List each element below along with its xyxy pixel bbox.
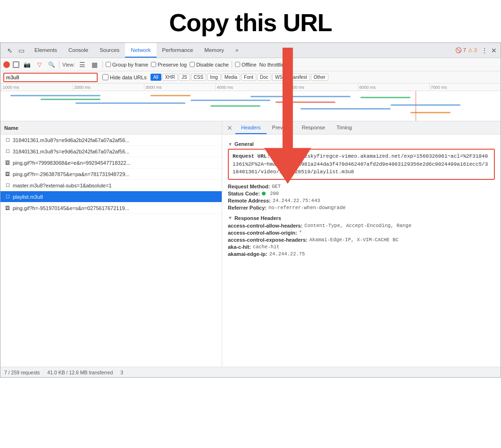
filter-css[interactable]: CSS xyxy=(191,74,207,81)
record-button[interactable] xyxy=(3,61,10,68)
method-label: Request Method: xyxy=(228,184,270,189)
filter-icon[interactable]: ▽ xyxy=(34,60,44,69)
title-area: Copy this URL xyxy=(0,0,501,42)
tab-headers[interactable]: Headers xyxy=(235,121,267,134)
transfer-size: 41.0 KB / 12.6 MB transferred xyxy=(47,370,113,375)
filter-manifest[interactable]: Manifest xyxy=(286,74,310,81)
list-item[interactable]: 🖼 ping.gif?h=799983068&e=e&n=99294547718… xyxy=(0,157,222,169)
list-item[interactable]: 🖼 ping.gif?h=-951970145&e=s&n=0275617672… xyxy=(0,203,222,214)
list-item[interactable]: ☐ 318401361.m3u8?s=e9d6a2b242fa67a07a2af… xyxy=(0,146,222,157)
method-value: GET xyxy=(272,184,281,189)
doc-icon: ☐ xyxy=(4,194,11,200)
timeline-ruler: 1000 ms 2000 ms 3000 ms 4000 ms 5000 ms … xyxy=(0,84,501,91)
throttling-select[interactable]: No throttling xyxy=(259,62,287,68)
offline-checkbox[interactable] xyxy=(235,62,240,67)
statusbar: 7 / 259 requests 41.0 KB / 12.6 MB trans… xyxy=(0,367,501,377)
tab-memory[interactable]: Memory xyxy=(199,43,230,58)
tab-elements[interactable]: Elements xyxy=(29,43,63,58)
devtools-tabbar: ⇖ ▭ Elements Console Sources Network Per… xyxy=(0,43,501,58)
close-detail-button[interactable]: ✕ xyxy=(224,124,235,132)
group-by-frame-label[interactable]: Group by frame xyxy=(106,62,148,68)
filter-media[interactable]: Media xyxy=(222,74,240,81)
tab-console[interactable]: Console xyxy=(63,43,94,58)
filter-all[interactable]: All xyxy=(150,74,161,81)
list-item[interactable]: 🖼 ping.gif?h=-296387875&e=pa&n=781731948… xyxy=(0,169,222,180)
file-name: ping.gif?h=-951970145&e=s&n=027561767211… xyxy=(13,205,218,211)
filter-ws[interactable]: WS xyxy=(272,74,285,81)
ruler-mark-6: 6000 ms xyxy=(358,84,429,91)
requests-count: 7 / 259 requests xyxy=(4,370,40,375)
ruler-mark-3: 3000 ms xyxy=(144,84,215,91)
request-url-box[interactable]: Request URL: https://162skyfiregce-vimeo… xyxy=(228,149,495,180)
tab-timing[interactable]: Timing xyxy=(331,121,358,134)
error-badge: 🚫 7 ⚠ 3 xyxy=(452,47,480,53)
network-toolbar: 📷 ▽ 🔍 View: ☰ ▦ Group by frame Preserve … xyxy=(0,58,501,71)
status-green-dot xyxy=(262,192,266,195)
file-name: master.m3u8?external-subs=1&absolute=1 xyxy=(13,183,218,188)
list-item[interactable]: ☐ master.m3u8?external-subs=1&absolute=1 xyxy=(0,180,222,191)
remote-row: Remote Address: 24.244.22.75:443 xyxy=(228,198,495,203)
status-value: 200 xyxy=(262,191,279,196)
ruler-mark-1: 1000 ms xyxy=(1,84,73,91)
filter-doc[interactable]: Doc xyxy=(257,74,271,81)
hide-data-urls-checkbox[interactable] xyxy=(102,74,109,80)
list-item-selected[interactable]: ☐ playlist.m3u8 xyxy=(0,191,222,203)
response-headers-section-header: ▼ Response Headers xyxy=(228,215,495,221)
preserve-log-checkbox[interactable] xyxy=(151,62,156,67)
search-icon[interactable]: 🔍 xyxy=(47,60,56,69)
general-section-header: ▼ General xyxy=(228,141,495,147)
close-icon[interactable]: ✕ xyxy=(489,46,499,55)
file-name: playlist.m3u8 xyxy=(13,194,218,200)
doc-icon: ☐ xyxy=(4,182,11,189)
filter-input[interactable] xyxy=(3,73,98,82)
devtools-main: Name ☐ 318401361.m3u8?s=e9d6a2b242fa67a0… xyxy=(0,121,501,367)
referrer-value: no-referrer-when-downgrade xyxy=(268,205,346,211)
tab-preview[interactable]: Preview xyxy=(267,121,296,134)
disable-cache-label[interactable]: Disable cache xyxy=(190,62,229,68)
status-row: Status Code: 200 xyxy=(228,191,495,196)
throttling-arrow[interactable]: ▾ xyxy=(290,62,292,67)
filter-js[interactable]: JS xyxy=(179,74,190,81)
remote-value: 24.244.22.75:443 xyxy=(273,198,320,203)
referrer-row: Referrer Policy: no-referrer-when-downgr… xyxy=(228,205,495,211)
hide-data-urls-label[interactable]: Hide data URLs xyxy=(102,74,147,80)
timeline-area: 1000 ms 2000 ms 3000 ms 4000 ms 5000 ms … xyxy=(0,84,501,121)
list-item[interactable]: ☐ 318401361.m3u8?s=e9d6a2b242fa67a07a2af… xyxy=(0,135,222,146)
filter-img[interactable]: Img xyxy=(207,74,221,81)
timeline-bars xyxy=(0,91,501,121)
name-column-header: Name xyxy=(0,121,222,135)
img-icon: 🖼 xyxy=(4,205,11,211)
request-url-value: https://162skyfiregce-vimeo.akamaized.ne… xyxy=(233,153,488,175)
view-list-icon[interactable]: ☰ xyxy=(78,60,87,69)
filter-font[interactable]: Font xyxy=(241,74,256,81)
img-icon: 🖼 xyxy=(4,160,11,166)
extra-info: 3 xyxy=(120,370,123,375)
referrer-label: Referrer Policy: xyxy=(228,205,267,211)
tab-network[interactable]: Network xyxy=(125,43,156,58)
more-options-icon[interactable]: ⋮ xyxy=(480,46,489,55)
disable-cache-checkbox[interactable] xyxy=(190,62,195,67)
cursor-icon[interactable]: ⇖ xyxy=(5,46,15,55)
tab-more[interactable]: » xyxy=(230,43,244,58)
tab-response[interactable]: Response xyxy=(296,121,331,134)
file-name: ping.gif?h=799983068&e=e&n=9929454771832… xyxy=(13,160,218,166)
tab-sources[interactable]: Sources xyxy=(94,43,125,58)
filter-other[interactable]: Other xyxy=(311,74,328,81)
ruler-mark-7: 7000 ms xyxy=(429,84,501,91)
screenshot-button[interactable]: 📷 xyxy=(22,60,32,69)
devtools-nav-icons: ⇖ ▭ xyxy=(2,46,29,55)
view-label: View: xyxy=(62,62,75,68)
stop-button[interactable] xyxy=(13,61,19,68)
device-icon[interactable]: ▭ xyxy=(17,46,26,55)
group-by-frame-checkbox[interactable] xyxy=(106,62,111,67)
offline-label[interactable]: Offline xyxy=(235,62,257,68)
detail-content: ▼ General Request URL: https://162skyfir… xyxy=(222,135,501,367)
preserve-log-label[interactable]: Preserve log xyxy=(151,62,187,68)
view-grid-icon[interactable]: ▦ xyxy=(90,60,100,69)
file-list: ☐ 318401361.m3u8?s=e9d6a2b242fa67a07a2af… xyxy=(0,135,222,367)
tab-performance[interactable]: Performance xyxy=(157,43,199,58)
devtools-window: ⇖ ▭ Elements Console Sources Network Per… xyxy=(0,42,501,378)
filter-type-buttons: All XHR JS CSS Img Media Font Doc WS Man… xyxy=(150,74,328,81)
page-title: Copy this URL xyxy=(0,8,501,37)
filter-xhr[interactable]: XHR xyxy=(162,74,178,81)
